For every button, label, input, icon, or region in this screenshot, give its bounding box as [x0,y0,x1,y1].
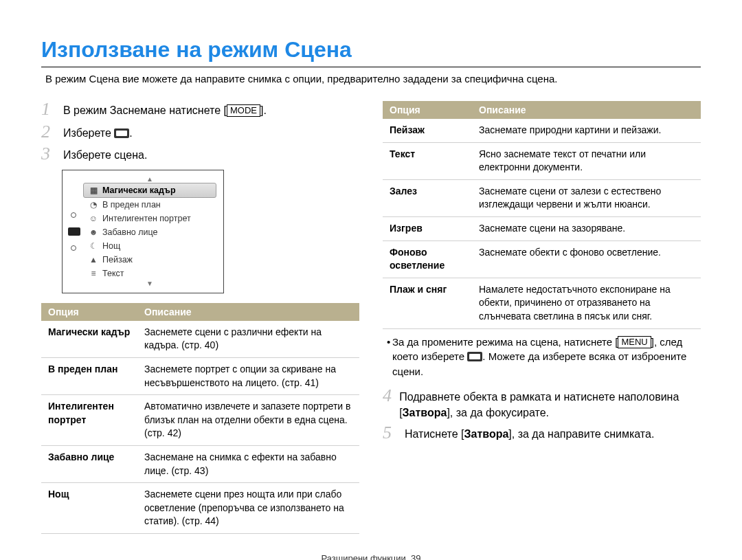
scene-item[interactable]: ▦Магически кадър [83,183,216,198]
shutter-bold: Затвора [464,428,509,440]
step-4-post: ], за да фокусирате. [447,407,549,418]
table-row: ЗалезЗаснемате сцени от залези с естеств… [383,179,701,216]
step-number: 2 [41,122,59,142]
page-root: Използване на режим Сцена В режим Сцена … [0,0,742,560]
table-row: ИзгревЗаснемате сцени на зазоряване. [383,216,701,240]
step-2-post: . [129,127,132,139]
step-3-text: Изберете сцена. [63,144,147,163]
side-icon-dot [71,245,76,251]
table-row: ПейзажЗаснемате природни картини и пейза… [383,119,701,142]
scene-item-label: Забавно лице [102,227,158,237]
scene-item-label: Текст [102,269,124,278]
scene-item[interactable]: ☻Забавно лице [83,225,216,239]
step-3: 3 Изберете сцена. [41,144,359,164]
opt-desc: Заснемане на снимка с ефекти на забавно … [137,445,359,482]
scene-item[interactable]: ≡Текст [83,267,216,280]
table-row: Фоново осветлениеЗаснемате обекти с фоно… [383,240,701,278]
opt-name: В преден план [41,357,137,394]
scene-item-label: Интелигентен портрет [102,214,191,223]
opt-name: Плаж и сняг [383,278,472,328]
opt-desc: Ясно заснемате текст от печатни или елек… [472,142,701,179]
table-row: Плаж и снягНамалете недостатъчното експо… [383,278,701,328]
step-1-text: В режим Заснемане натиснете [MODE]. [63,100,267,118]
options-table-left: Опция Описание Магически кадърЗаснемете … [41,303,359,534]
step-number: 3 [41,144,59,164]
shutter-bold: Затвора [403,407,447,418]
step-2-pre: Изберете [63,127,114,139]
step-5-post: ], за да направите снимката. [508,428,654,440]
table-head-description: Описание [137,303,359,321]
opt-desc: Заснемате природни картини и пейзажи. [472,119,701,142]
opt-desc: Заснемете сцени с различни ефекти на кад… [137,321,359,358]
opt-name: Магически кадър [41,321,137,358]
opt-name: Текст [383,142,472,179]
opt-desc: Намалете недостатъчното експониране на о… [472,278,701,328]
scene-item-icon: ≡ [89,269,98,278]
opt-name: Забавно лице [41,445,137,482]
table-head-description: Описание [472,101,701,119]
step-1-pre: В режим Заснемане натиснете [63,104,224,116]
opt-desc: Заснемете портрет с опции за скриване на… [137,357,359,394]
table-row: ТекстЯсно заснемате текст от печатни или… [383,142,701,179]
scene-item-icon: ▲ [89,255,98,265]
opt-desc: Заснемете сцени през нощта или при слабо… [137,483,359,534]
intro-text: В режим Сцена вие можете да направите сн… [45,73,701,85]
title-separator [41,67,701,67]
scene-item-icon: ☻ [89,227,98,237]
scene-item[interactable]: ▲Пейзаж [83,253,216,267]
step-2: 2 Изберете . [41,122,359,142]
opt-name: Пейзаж [383,119,472,142]
scene-item-label: Магически кадър [102,186,176,195]
opt-name: Нощ [41,483,137,534]
step-5: 5 Натиснете [Затвора], за да направите с… [383,423,701,443]
table-head-option: Опция [41,303,137,321]
step-number: 1 [41,100,59,120]
camera-scene-list: ▲ ▦Магически кадър ◔В преден план ☺Интел… [83,176,216,287]
note-pre: За да промените режима на сцена, натисне… [392,336,615,348]
step-2-text: Изберете . [63,122,133,141]
bullet-icon: • [387,335,392,379]
step-4-text: Подравнете обекта в рамката и натиснете … [399,386,701,421]
table-row: В преден планЗаснемете портрет с опции з… [41,357,359,394]
page-title: Използване на режим Сцена [41,37,701,63]
footer-page-number: 39 [411,553,420,560]
opt-desc: Заснемате сцени от залези с естествено и… [472,179,701,216]
side-icon-scene [68,227,80,236]
step-4: 4 Подравнете обекта в рамката и натиснет… [383,386,701,421]
step-5-text: Натиснете [Затвора], за да направите сни… [405,423,654,442]
left-column: 1 В режим Заснемане натиснете [MODE]. 2 … [41,97,359,534]
table-row: Забавно лицеЗаснемане на снимка с ефекти… [41,445,359,482]
table-head-option: Опция [383,101,472,119]
options-table-right: Опция Описание ПейзажЗаснемате природни … [383,101,701,329]
opt-name: Фоново осветление [383,240,472,278]
opt-desc: Заснемате обекти с фоново осветление. [472,240,701,278]
camera-side-icons [68,176,83,287]
step-number: 4 [383,386,395,406]
scene-item[interactable]: ☾Нощ [83,239,216,253]
table-row: Магически кадърЗаснемете сцени с различн… [41,321,359,358]
scroll-up-icon: ▲ [83,176,216,183]
scene-item-icon: ☺ [89,214,98,223]
note-text: За да промените режима на сцена, натисне… [392,335,701,379]
opt-desc: Автоматично извлечете и запазете портрет… [137,395,359,446]
scroll-down-icon: ▼ [83,280,216,287]
scene-item-icon: ☾ [89,241,98,251]
scene-item[interactable]: ☺Интелигентен портрет [83,212,216,225]
scene-icon [467,352,482,361]
mode-button-label: MODE [227,104,260,117]
opt-desc: Заснемате сцени на зазоряване. [472,216,701,240]
step-number: 5 [383,423,401,443]
opt-name: Залез [383,179,472,216]
camera-scene-menu: ▲ ▦Магически кадър ◔В преден план ☺Интел… [62,170,224,293]
scene-item-icon: ▦ [89,186,98,195]
menu-button-label: MENU [618,336,651,348]
step-1: 1 В режим Заснемане натиснете [MODE]. [41,100,359,120]
right-column: Опция Описание ПейзажЗаснемате природни … [383,97,701,534]
scene-item-label: Нощ [102,241,120,251]
scene-item-label: Пейзаж [102,255,133,265]
note-bullet: • За да промените режима на сцена, натис… [387,335,701,379]
step-1-post: . [263,104,266,116]
scene-item[interactable]: ◔В преден план [83,198,216,212]
opt-name: Интелигентен портрет [41,395,137,446]
scene-item-label: В преден план [102,200,161,210]
